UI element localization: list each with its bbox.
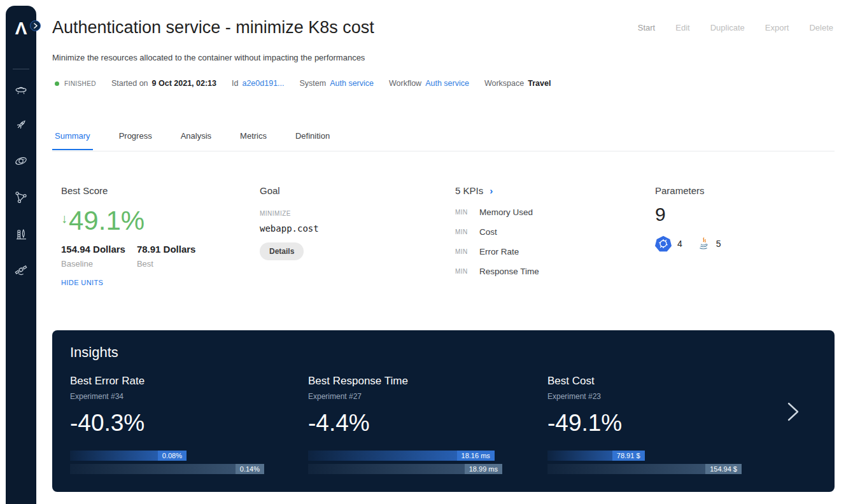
- comparison-bars: 78.91 $ 154.94 $: [547, 451, 742, 474]
- status-row: FINISHED Started on 9 Oct 2021, 02:13 Id…: [55, 79, 551, 88]
- score-values: 154.94 Dollars Baseline 78.91 Dollars Be…: [61, 244, 252, 269]
- decrease-arrow-icon: ↓: [61, 211, 67, 226]
- best-bar: 78.91 $: [547, 451, 645, 461]
- tab-metrics[interactable]: Metrics: [237, 131, 269, 150]
- insight-value: -4.4%: [308, 410, 512, 437]
- baseline-bar: 154.94 $: [547, 464, 742, 474]
- study-id-link[interactable]: a2e0d191...: [242, 79, 284, 88]
- java-count: 5: [716, 239, 721, 249]
- tab-summary[interactable]: Summary: [52, 131, 93, 150]
- best-score: 78.91 Dollars Best: [137, 244, 196, 269]
- workspace: Workspace Travel: [484, 79, 551, 88]
- parameters-count: 9: [655, 204, 833, 225]
- system: System Auth service: [300, 79, 374, 88]
- duplicate-button[interactable]: Duplicate: [710, 23, 745, 32]
- comparison-bars: 0.08% 0.14%: [70, 451, 264, 474]
- baseline-bar-value: 18.99 ms: [465, 464, 502, 474]
- tab-progress[interactable]: Progress: [116, 131, 155, 150]
- started-on: Started on 9 Oct 2021, 02:13: [111, 79, 216, 88]
- delete-button[interactable]: Delete: [809, 23, 833, 32]
- best-bar: 18.16 ms: [308, 451, 495, 461]
- comparison-bars: 18.16 ms 18.99 ms: [308, 451, 502, 474]
- insights-title: Insights: [70, 344, 118, 361]
- kubernetes-count: 4: [677, 239, 682, 249]
- workflow-link[interactable]: Auth service: [425, 79, 469, 88]
- sidebar-nav: [6, 81, 36, 277]
- workflow: Workflow Auth service: [389, 79, 469, 88]
- tab-bar: Summary Progress Analysis Metrics Defini…: [52, 131, 332, 150]
- goal-direction: MINIMIZE: [260, 210, 444, 217]
- experiment-label: Experiment #34: [70, 392, 274, 401]
- export-button[interactable]: Export: [765, 23, 789, 32]
- kubernetes-icon: [655, 235, 672, 252]
- goal-section: Goal MINIMIZE webapp.cost Details: [260, 185, 444, 260]
- start-button[interactable]: Start: [638, 23, 655, 32]
- chevron-right-icon: [785, 402, 801, 422]
- parameters-breakdown: 4 5: [655, 235, 833, 252]
- java-icon: [696, 236, 710, 251]
- baseline-score: 154.94 Dollars Baseline: [61, 244, 125, 269]
- goal-target: webapp.cost: [260, 223, 444, 234]
- insight-value: -49.1%: [547, 410, 751, 437]
- network-icon[interactable]: [13, 190, 29, 205]
- ufo-icon[interactable]: [13, 81, 29, 96]
- insight-value: -40.3%: [70, 410, 274, 437]
- edit-button[interactable]: Edit: [675, 23, 689, 32]
- insights-next-button[interactable]: [785, 402, 801, 422]
- baseline-bar-value: 0.14%: [236, 464, 264, 474]
- java-parameters: 5: [696, 236, 721, 251]
- insight-card-best-error-rate: Best Error Rate Experiment #34 -40.3% 0.…: [70, 375, 274, 477]
- kpis-chevron-icon[interactable]: ›: [490, 186, 493, 195]
- orbit-icon[interactable]: [13, 153, 29, 169]
- kpi-row: MIN Error Rate: [455, 247, 640, 256]
- kpi-list: MIN Memory Used MIN Cost MIN Error Rate …: [455, 207, 640, 276]
- baseline-bar: 18.99 ms: [308, 464, 502, 474]
- header-actions: Start Edit Duplicate Export Delete: [638, 23, 833, 32]
- workspace-value: Travel: [528, 79, 551, 88]
- launchpad-icon[interactable]: [13, 226, 29, 241]
- best-bar: 0.08%: [70, 451, 187, 461]
- goal-heading: Goal: [260, 185, 444, 196]
- experiment-label: Experiment #27: [308, 392, 512, 401]
- parameters-heading: Parameters: [655, 185, 833, 196]
- status-state: FINISHED: [55, 80, 96, 87]
- best-bar-value: 18.16 ms: [457, 451, 495, 461]
- goal-details-button[interactable]: Details: [260, 242, 304, 260]
- sidebar-divider: [13, 69, 29, 69]
- kpi-row: MIN Memory Used: [455, 207, 640, 217]
- best-score-value: ↓ 49.1%: [61, 206, 252, 236]
- study-summary-page: Λ: [0, 0, 846, 504]
- hide-units-link[interactable]: HIDE UNITS: [61, 279, 252, 286]
- best-score-section: Best Score ↓ 49.1% 154.94 Dollars Baseli…: [61, 185, 252, 286]
- insight-card-best-cost: Best Cost Experiment #23 -49.1% 78.91 $ …: [547, 375, 751, 477]
- best-bar-value: 0.08%: [158, 451, 187, 461]
- rocket-icon[interactable]: [13, 117, 29, 132]
- page-subtitle: Minimize the resources allocated to the …: [52, 53, 365, 62]
- insight-card-best-response-time: Best Response Time Experiment #27 -4.4% …: [308, 375, 512, 477]
- chevron-right-icon: [33, 23, 38, 29]
- kpis-section: 5 KPIs › MIN Memory Used MIN Cost MIN Er…: [455, 185, 640, 286]
- kpi-row: MIN Cost: [455, 227, 640, 237]
- tabs-divider: [52, 151, 835, 151]
- kubernetes-parameters: 4: [655, 235, 682, 252]
- sidebar: Λ: [6, 6, 36, 504]
- best-score-heading: Best Score: [61, 185, 252, 196]
- sidebar-expand-button[interactable]: [30, 20, 41, 31]
- kpi-row: MIN Response Time: [455, 267, 640, 276]
- baseline-bar: 0.14%: [70, 464, 264, 474]
- study-id: Id a2e0d191...: [232, 79, 284, 88]
- baseline-bar-value: 154.94 $: [705, 464, 742, 474]
- page-title: Authentication service - minimize K8s co…: [52, 18, 374, 38]
- tab-definition[interactable]: Definition: [293, 131, 332, 150]
- parameters-section: Parameters 9 4: [655, 185, 833, 252]
- satellite-icon[interactable]: [13, 262, 29, 277]
- insights-panel: Insights Best Error Rate Experiment #34 …: [52, 330, 835, 492]
- tab-analysis[interactable]: Analysis: [178, 131, 214, 150]
- kpis-heading: 5 KPIs: [455, 185, 483, 196]
- best-bar-value: 78.91 $: [612, 451, 645, 461]
- system-link[interactable]: Auth service: [330, 79, 374, 88]
- started-value: 9 Oct 2021, 02:13: [152, 79, 216, 88]
- status-dot-icon: [55, 81, 59, 86]
- status-label: FINISHED: [64, 80, 96, 87]
- experiment-label: Experiment #23: [547, 392, 751, 401]
